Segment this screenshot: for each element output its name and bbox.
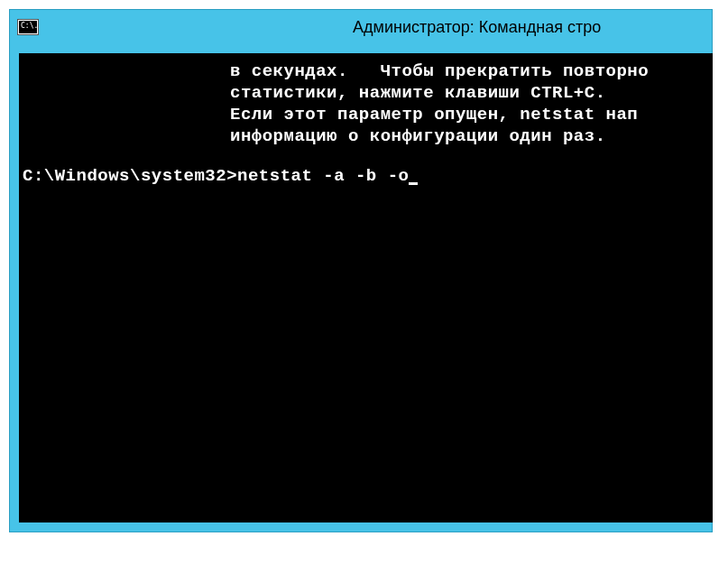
command-prompt-window: C:\. Администратор: Командная стро в сек… bbox=[9, 9, 713, 532]
titlebar[interactable]: C:\. Администратор: Командная стро bbox=[10, 10, 712, 44]
console-line: информацию о конфигурации один раз. bbox=[23, 125, 709, 147]
cmd-icon: C:\. bbox=[17, 19, 39, 35]
console-line: статистики, нажмите клавиши CTRL+C. bbox=[23, 82, 709, 104]
console-line: Если этот параметр опущен, netstat нап bbox=[23, 104, 709, 125]
console-line: в секундах. Чтобы прекратить повторно bbox=[23, 60, 709, 82]
window-title: Администратор: Командная стро bbox=[353, 18, 601, 37]
command-text: netstat -a -b -o bbox=[237, 166, 409, 186]
cursor bbox=[409, 182, 418, 185]
prompt-text: C:\Windows\system32> bbox=[23, 166, 237, 186]
prompt-line: C:\Windows\system32>netstat -a -b -o bbox=[23, 165, 709, 187]
console-output[interactable]: в секундах. Чтобы прекратить повторно ст… bbox=[19, 53, 713, 522]
cmd-icon-text: C:\. bbox=[21, 22, 38, 30]
